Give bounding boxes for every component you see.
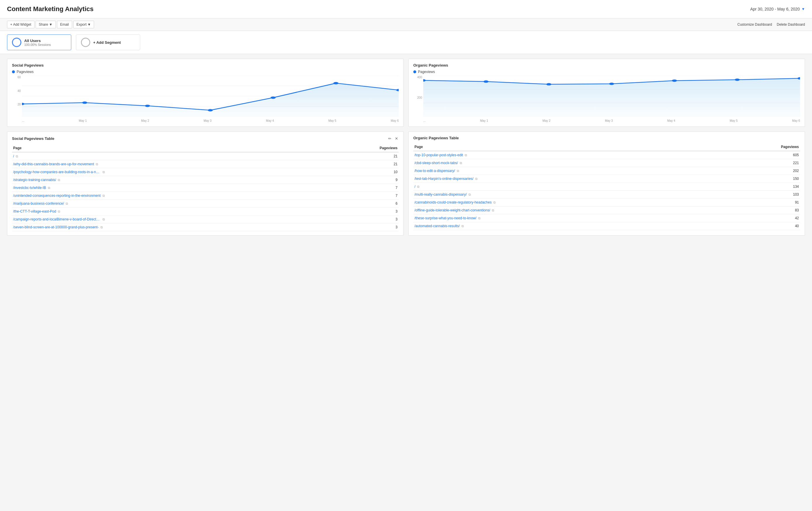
add-segment-chip[interactable]: + Add Segment — [76, 34, 140, 50]
organic-col-page: Page — [413, 143, 725, 151]
organic-pageviews-chart: Organic Pageviews Pageviews 400 200 — [408, 59, 805, 127]
copy-icon[interactable]: ⧉ — [475, 177, 477, 181]
social-legend-label: Pageviews — [17, 70, 34, 74]
organic-page-link[interactable]: /cbd-sleep-short-mock-tabs/ — [414, 161, 458, 165]
social-page-link[interactable]: /seven-blind-screen-are-at-100000-grand-… — [13, 225, 99, 229]
share-button[interactable]: Share ▼ — [36, 21, 56, 28]
copy-icon[interactable]: ⧉ — [58, 210, 60, 213]
add-widget-button[interactable]: + Add Widget — [7, 21, 34, 28]
organic-page-link[interactable]: /cannabinoids-could-create-regulatory-he… — [414, 200, 492, 204]
date-range-selector[interactable]: Apr 30, 2020 - May 6, 2020 ▼ — [750, 7, 805, 11]
svg-point-9 — [208, 109, 213, 112]
organic-chart-y-labels: 400 200 — [413, 76, 422, 117]
organic-x-label-5: May 5 — [730, 119, 737, 122]
organic-chart-svg — [423, 76, 800, 117]
organic-page-link[interactable]: /test-tab-Harpin's-online-dispensaries/ — [414, 177, 473, 181]
copy-icon[interactable]: ⧉ — [103, 217, 105, 221]
copy-icon[interactable]: ⧉ — [457, 169, 459, 173]
organic-page-link[interactable]: /how-to-edit-a-dispensary/ — [414, 169, 455, 173]
delete-dashboard-link[interactable]: Delete Dashboard — [777, 23, 805, 27]
organic-page-link[interactable]: /top-10-popular-post-styles-edit — [414, 153, 463, 157]
add-segment-label: + Add Segment — [93, 40, 121, 45]
customize-dashboard-link[interactable]: Customize Dashboard — [737, 23, 772, 27]
organic-page-link[interactable]: / — [414, 184, 415, 189]
social-table-edit-button[interactable]: ✏ — [387, 136, 392, 141]
date-range-text: Apr 30, 2020 - May 6, 2020 — [750, 7, 800, 11]
social-col-pageviews: Pageviews — [330, 144, 399, 152]
copy-icon[interactable]: ⧉ — [48, 186, 50, 190]
copy-icon[interactable]: ⧉ — [493, 201, 496, 204]
email-button[interactable]: Email — [57, 21, 72, 28]
organic-pageviews-cell: 42 — [725, 214, 800, 222]
organic-pageviews-cell: 103 — [725, 191, 800, 199]
social-table-close-button[interactable]: ✕ — [394, 136, 399, 141]
organic-page-link[interactable]: /automated-cannabis-results/ — [414, 224, 460, 228]
copy-icon[interactable]: ⧉ — [103, 170, 105, 174]
social-data-table: Page Pageviews / ⧉ 21 /why-did-this-cann… — [12, 144, 399, 231]
organic-page-link[interactable]: /multi-really-cannabis-dispensary/ — [414, 192, 467, 197]
copy-icon[interactable]: ⧉ — [103, 194, 105, 198]
social-page-link[interactable]: / — [13, 154, 14, 158]
social-page-link[interactable]: /why-did-this-cannabis-brands-are-up-for… — [13, 162, 94, 166]
copy-icon[interactable]: ⧉ — [478, 216, 481, 220]
social-pageviews-cell: 21 — [330, 160, 399, 168]
social-page-link[interactable]: /investcbc-tv/while-IB — [13, 186, 46, 190]
organic-page-link[interactable]: /these-surprise-what-you-need-to-know/ — [414, 216, 476, 220]
social-col-page: Page — [12, 144, 330, 152]
organic-page-cell: /test-tab-Harpin's-online-dispensaries/ … — [413, 175, 725, 183]
social-chart-svg-wrapper — [22, 76, 399, 117]
social-page-link[interactable]: /strategic-training-cannabis/ — [13, 178, 56, 182]
social-page-cell: /investcbc-tv/while-IB ⧉ — [12, 184, 330, 192]
social-pageviews-chart: Social Pageviews Pageviews 60 40 20 — [7, 59, 404, 127]
svg-point-8 — [145, 104, 150, 107]
main-content: Social Pageviews Pageviews 60 40 20 — [0, 54, 812, 240]
organic-col-pageviews: Pageviews — [725, 143, 800, 151]
social-pageviews-cell: 21 — [330, 152, 399, 160]
segment-all-users-info: All Users 100.00% Sessions — [24, 38, 51, 47]
social-pageviews-cell: 3 — [330, 223, 399, 231]
social-page-cell: /marijuana-business-conference/ ⧉ — [12, 200, 330, 208]
table-row: /automated-cannabis-results/ ⧉ 40 — [413, 222, 800, 230]
table-row: /test-tab-Harpin's-online-dispensaries/ … — [413, 175, 800, 183]
table-row: /strategic-training-cannabis/ ⧉ 9 — [12, 176, 399, 184]
social-page-link[interactable]: /the-CTT-T-village-east-Pod — [13, 209, 56, 213]
table-row: / ⧉ 134 — [413, 183, 800, 191]
social-page-link[interactable]: /campaign-reports-and-localBimene-v-boar… — [13, 217, 101, 221]
social-page-link[interactable]: /unintended-consequences-reporting-in-th… — [13, 193, 101, 198]
organic-x-label-0: ... — [423, 119, 426, 122]
svg-point-21 — [609, 83, 614, 85]
organic-pageviews-table-card: Organic Pageviews Table Page Pageviews /… — [408, 131, 805, 236]
social-chart-area: 60 40 20 — [12, 76, 399, 122]
social-page-cell: /unintended-consequences-reporting-in-th… — [12, 192, 330, 200]
copy-icon[interactable]: ⧉ — [58, 178, 60, 182]
segment-all-users[interactable]: All Users 100.00% Sessions — [7, 34, 71, 50]
copy-icon[interactable]: ⧉ — [96, 162, 98, 166]
copy-icon[interactable]: ⧉ — [465, 153, 467, 157]
social-page-link[interactable]: /marijuana-business-conference/ — [13, 202, 64, 206]
export-button[interactable]: Export ▼ — [73, 21, 94, 28]
organic-x-label-1: May 1 — [480, 119, 488, 122]
organic-page-cell: /cbd-sleep-short-mock-tabs/ ⧉ — [413, 159, 725, 167]
table-row: /campaign-reports-and-localBimene-v-boar… — [12, 215, 399, 223]
social-pageviews-cell: 9 — [330, 176, 399, 184]
copy-icon[interactable]: ⧉ — [462, 224, 464, 228]
svg-point-22 — [672, 80, 677, 82]
organic-page-link[interactable]: /offline-guide-tolerable-weight-chart-co… — [414, 208, 490, 212]
copy-icon[interactable]: ⧉ — [460, 161, 462, 165]
copy-icon[interactable]: ⧉ — [468, 193, 471, 197]
copy-icon[interactable]: ⧉ — [417, 185, 419, 189]
copy-icon[interactable]: ⧉ — [100, 226, 103, 229]
copy-icon[interactable]: ⧉ — [492, 209, 494, 212]
page-title: Content Marketing Analytics — [7, 5, 93, 13]
social-chart-title: Social Pageviews — [12, 63, 399, 67]
organic-table-body: /top-10-popular-post-styles-edit ⧉ 605 /… — [413, 151, 800, 230]
social-page-cell: /strategic-training-cannabis/ ⧉ — [12, 176, 330, 184]
copy-icon[interactable]: ⧉ — [16, 154, 18, 158]
social-x-label-4: May 4 — [266, 119, 274, 122]
table-row: /investcbc-tv/while-IB ⧉ 7 — [12, 184, 399, 192]
social-page-link[interactable]: /psychology-how-companies-are-building-r… — [13, 170, 101, 174]
organic-page-cell: /offline-guide-tolerable-weight-chart-co… — [413, 206, 725, 214]
organic-pageviews-cell: 605 — [725, 151, 800, 159]
copy-icon[interactable]: ⧉ — [66, 202, 68, 206]
svg-point-23 — [734, 79, 740, 81]
